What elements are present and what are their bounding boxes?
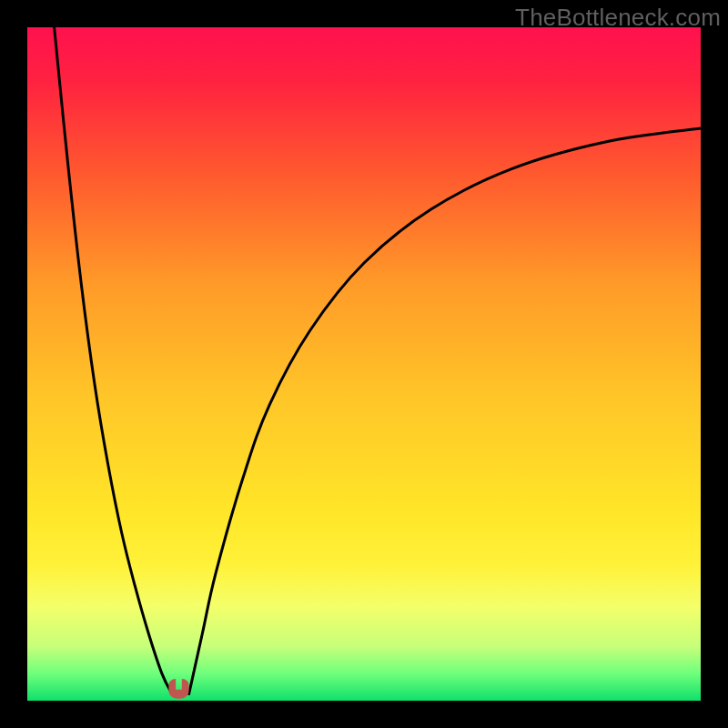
left-curve xyxy=(55,27,173,694)
outer-frame: TheBottleneck.com xyxy=(0,0,728,728)
plot-area xyxy=(27,27,701,701)
curves-layer xyxy=(27,27,701,701)
right-curve xyxy=(189,128,701,694)
